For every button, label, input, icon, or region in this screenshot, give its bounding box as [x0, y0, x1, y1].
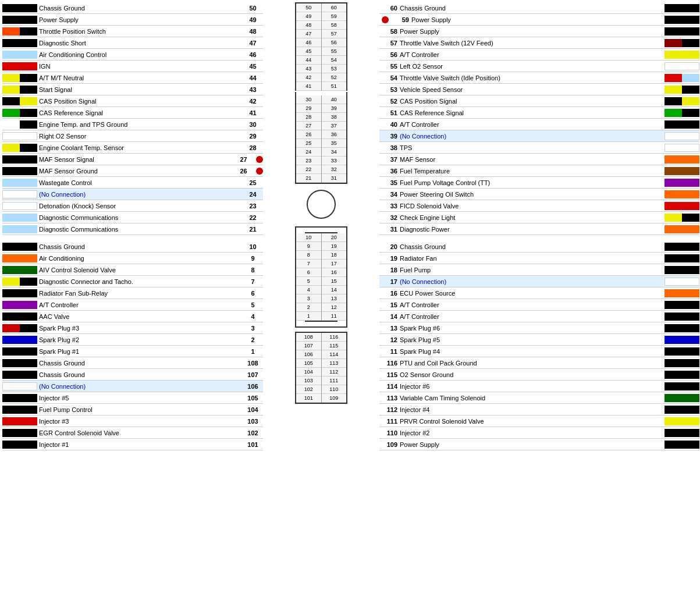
color-swatch [2, 86, 37, 94]
pin-number: 57 [379, 40, 400, 47]
color-swatch [2, 74, 37, 82]
pin-label: Power Supply [39, 16, 243, 23]
right-pin-row: 51CAS Reference Signal [379, 107, 699, 119]
right-pin-row: 13Spark Plug #6 [379, 322, 699, 334]
color-swatch [2, 417, 37, 425]
center-pin-cell: 56 [322, 38, 347, 47]
pin-label: MAF Sensor [400, 156, 663, 163]
pin-number: 53 [379, 86, 400, 93]
left-pin-row: Detonation (Knock) Sensor23 [2, 200, 263, 212]
pin-label: Spark Plug #6 [400, 325, 663, 332]
pin-number: 36 [379, 168, 400, 175]
color-swatch [665, 371, 699, 379]
pin-number: 115 [379, 371, 400, 378]
center-pin-cell: 7 [296, 260, 321, 268]
right-panel: 60Chassis Ground59Power Supply58Power Su… [379, 2, 699, 450]
right-pin-row: 60Chassis Ground [379, 2, 699, 14]
center-pin-cell: 108 [296, 333, 321, 342]
color-swatch [2, 144, 37, 152]
pin-label: (No Connection) [39, 191, 243, 198]
pin-label: Throttle Valve Switch (Idle Position) [400, 74, 663, 81]
pin-label: Injector #2 [400, 429, 663, 436]
pin-label: Injector #4 [400, 406, 663, 413]
left-pin-row: Diagnostic Connector and Tacho.7 [2, 276, 263, 287]
pin-label: IGN [39, 63, 243, 70]
center-pin-cell: 9 [296, 242, 321, 251]
color-swatch [665, 254, 699, 262]
pin-label: Spark Plug #5 [400, 336, 663, 343]
color-swatch [2, 16, 37, 24]
pin-number: 12 [379, 336, 400, 343]
center-pin-cell: 110 [322, 385, 347, 394]
left-pin-row: Engine Temp. and TPS Ground30 [2, 119, 263, 130]
pin-number: 6 [243, 290, 263, 297]
pin-number: 54 [379, 74, 400, 81]
color-swatch [2, 441, 37, 449]
center-pin-cell: 37 [322, 122, 347, 130]
center-pin-cell: 53 [322, 65, 347, 73]
center-pin-cell: 38 [322, 113, 347, 122]
center-pin-cell: 2 [296, 303, 321, 312]
pin-number: 22 [243, 214, 263, 221]
pin-label: Wastegate Control [39, 179, 243, 186]
center-pin-cell: 12 [322, 303, 347, 312]
pin-number: 103 [243, 418, 263, 425]
color-swatch [665, 301, 699, 309]
pin-number: 35 [379, 179, 400, 186]
pin-number: 46 [243, 51, 263, 58]
color-swatch [2, 254, 37, 262]
pin-label: Spark Plug #1 [39, 348, 243, 355]
pin-label: A/T Controller [39, 301, 243, 308]
pin-label: Radiator Fan Sub-Relay [39, 290, 243, 297]
dot-indicator [256, 156, 263, 163]
center-pin-cell: 39 [322, 104, 347, 113]
color-swatch [2, 120, 37, 129]
center-pin-cell: 1 [296, 312, 321, 321]
center-pin-cell: 103 [296, 377, 321, 385]
pin-number: 60 [379, 5, 400, 12]
color-swatch [2, 39, 37, 47]
right-pin-row: 53Vehicle Speed Sensor [379, 84, 699, 95]
pin-number: 44 [243, 74, 263, 81]
pin-label: CAS Reference Signal [39, 109, 243, 116]
pin-number: 49 [243, 16, 263, 23]
right-pin-row: 15A/T Controller [379, 299, 699, 311]
center-pin-cell: 35 [322, 139, 347, 148]
pin-label: O2 Sensor Ground [400, 371, 663, 378]
right-pin-row: 11Spark Plug #4 [379, 346, 699, 357]
pin-label: (No Connection) [400, 133, 663, 140]
left-pin-row: Injector #1101 [2, 439, 263, 450]
left-pin-row: A/T Controller5 [2, 299, 263, 311]
right-pin-row: 38TPS [379, 142, 699, 154]
right-pin-row: 109Power Supply [379, 439, 699, 450]
pin-number: 34 [379, 191, 400, 198]
pin-label: Power Supply [400, 28, 663, 35]
color-swatch [2, 429, 37, 437]
left-pin-row: MAF Sensor Ground26 [2, 165, 263, 177]
color-swatch [665, 86, 699, 94]
center-pin-cell: 54 [322, 56, 347, 65]
center-pin-cell: 8 [296, 251, 321, 260]
pin-number: 8 [243, 267, 263, 274]
pin-number: 14 [379, 313, 400, 320]
center-pin-cell: 40 [322, 95, 347, 104]
right-pin-row: 59Power Supply [379, 14, 699, 26]
pin-number: 51 [379, 109, 400, 116]
pin-label: Fuel Pump Control [39, 406, 243, 413]
pin-number: 107 [243, 371, 263, 378]
pin-number: 10 [243, 243, 263, 250]
color-swatch [2, 289, 37, 297]
center-pin-cell: 47 [296, 30, 321, 38]
pin-label: Fuel Temperature [400, 168, 663, 175]
pin-label: Injector #5 [39, 395, 243, 402]
right-pin-row: 37MAF Sensor [379, 154, 699, 165]
pin-number: 43 [243, 86, 263, 93]
pin-label: Diagnostic Short [39, 40, 243, 47]
pin-label: (No Connection) [400, 278, 663, 285]
pin-label: Detonation (Knock) Sensor [39, 203, 243, 209]
center-pin-cell: 6 [296, 268, 321, 277]
pin-label: Variable Cam Timing Solenoid [400, 395, 663, 402]
pin-number: 3 [243, 325, 263, 332]
color-swatch [2, 179, 37, 187]
pin-number: 29 [243, 133, 263, 140]
